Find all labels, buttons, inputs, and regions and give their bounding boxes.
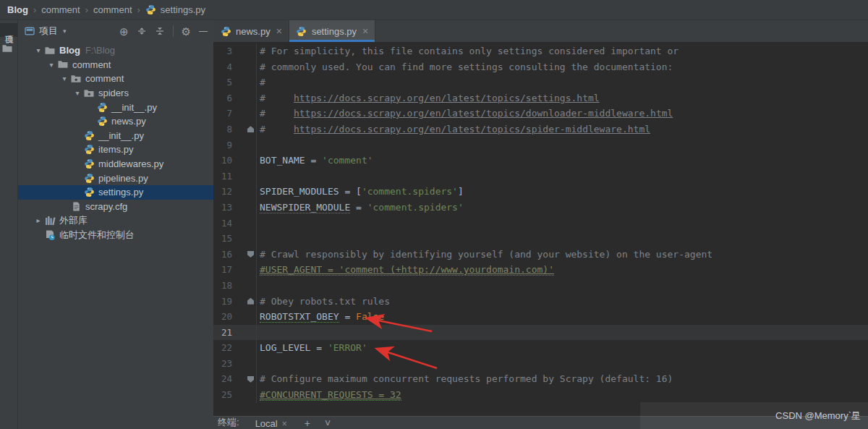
chevron-right-icon[interactable]: ▸ (33, 216, 44, 224)
code-line-21[interactable]: 21 (213, 325, 868, 341)
code-text (257, 137, 260, 153)
tree-item-pipelines.py[interactable]: pipelines.py (18, 171, 213, 185)
terminal-dropdown-icon[interactable]: ˅ (325, 417, 331, 429)
line-number: 18 (213, 278, 232, 294)
code-line-23[interactable]: 23 (213, 356, 868, 372)
code-line-24[interactable]: 24# Configure maximum concurrent request… (213, 371, 868, 387)
close-icon[interactable]: × (362, 25, 368, 37)
line-number: 14 (213, 216, 232, 232)
hide-panel-icon[interactable]: — (199, 27, 208, 35)
code-text: ROBOTSTXT_OBEY = False (257, 309, 384, 325)
tree-item-临时文件和控制台[interactable]: 临时文件和控制台 (18, 228, 213, 242)
tree-item-comment[interactable]: ▾comment (18, 58, 213, 72)
close-icon[interactable]: × (282, 419, 287, 429)
breadcrumb-item[interactable]: settings.py (145, 4, 205, 16)
code-line-16[interactable]: 16# Crawl responsibly by identifying you… (213, 247, 868, 263)
code-line-22[interactable]: 22LOG_LEVEL = 'ERROR' (213, 340, 868, 356)
code-line-10[interactable]: 10BOT_NAME = 'comment' (213, 153, 868, 169)
library-icon (44, 215, 56, 226)
pycharm-window: Blog›comment›comment›settings.py 项目 项目 ▾… (0, 0, 868, 429)
watermark-strip: CSDN @Memory`星 (640, 402, 868, 429)
code-text: # For simplicity, this file contains onl… (257, 43, 678, 59)
new-terminal-button[interactable]: + (305, 417, 310, 429)
tree-item-items.py[interactable]: items.py (18, 143, 213, 157)
file-icon (70, 200, 82, 212)
code-text (257, 356, 260, 372)
tree-item-label: 外部库 (59, 214, 88, 227)
tree-item-label: settings.py (98, 187, 143, 197)
code-line-17[interactable]: 17#USER_AGENT = 'comment (+http://www.yo… (213, 262, 868, 278)
code-line-11[interactable]: 11 (213, 169, 868, 184)
code-line-13[interactable]: 13NEWSPIDER_MODULE = 'comment.spiders' (213, 200, 868, 216)
tree-item-comment[interactable]: ▾comment (18, 72, 213, 86)
code-line-8[interactable]: 8# https://docs.scrapy.org/en/latest/top… (213, 122, 868, 137)
terminal-tab-local[interactable]: Local × (255, 418, 287, 429)
code-line-20[interactable]: 20ROBOTSTXT_OBEY = False (213, 309, 868, 325)
code-text: # https://docs.scrapy.org/en/latest/topi… (257, 90, 600, 106)
fold-marker-icon[interactable] (247, 126, 254, 132)
breadcrumb-separator: › (33, 4, 36, 15)
tree-item-__init__.py[interactable]: __init__.py (18, 129, 213, 143)
fold-marker-icon[interactable] (247, 251, 254, 258)
breadcrumb-item[interactable]: Blog (7, 4, 28, 15)
code-line-7[interactable]: 7# https://docs.scrapy.org/en/latest/top… (213, 106, 868, 122)
tree-item-__init__.py[interactable]: __init__.py (18, 100, 213, 114)
fold-marker-icon[interactable] (247, 376, 254, 383)
locate-file-icon[interactable]: ⊕ (119, 26, 129, 37)
chevron-down-icon[interactable]: ▾ (63, 27, 67, 35)
line-number: 10 (213, 153, 232, 169)
line-number: 17 (213, 262, 232, 278)
chevron-down-icon[interactable]: ▾ (72, 89, 83, 97)
folder-icon[interactable] (0, 43, 17, 54)
code-text: NEWSPIDER_MODULE = 'comment.spiders' (257, 200, 464, 216)
tree-item-外部库[interactable]: ▸外部库 (18, 213, 213, 228)
breadcrumb-item[interactable]: comment (41, 4, 80, 15)
line-number: 5 (213, 75, 232, 90)
breadcrumb-item[interactable]: comment (93, 4, 132, 15)
code-editor[interactable]: 3# For simplicity, this file contains on… (213, 42, 868, 416)
close-icon[interactable]: × (276, 25, 282, 37)
gutter: 5 (213, 75, 257, 90)
stripe-project-button[interactable]: 项目 (0, 23, 17, 37)
code-line-5[interactable]: 5# (213, 75, 868, 90)
fold-marker-icon[interactable] (247, 298, 254, 305)
code-line-9[interactable]: 9 (213, 137, 868, 153)
code-line-12[interactable]: 12SPIDER_MODULES = ['comment.spiders'] (213, 184, 868, 200)
collapse-all-icon[interactable] (155, 26, 165, 36)
code-line-15[interactable]: 15 (213, 231, 868, 247)
gutter: 9 (213, 137, 257, 153)
project-tree: ▾BlogF:\Blog▾comment▾comment▾spiders__in… (18, 42, 213, 429)
tool-window-stripe: 项目 (0, 20, 18, 429)
line-number: 19 (213, 294, 232, 310)
tree-item-middlewares.py[interactable]: middlewares.py (18, 157, 213, 171)
tab-settings.py[interactable]: settings.py× (289, 20, 375, 42)
watermark-text: CSDN @Memory`星 (775, 409, 861, 422)
gutter: 17 (213, 262, 257, 278)
tree-item-label: Blog (59, 45, 80, 56)
line-number: 15 (213, 231, 232, 247)
expand-all-icon[interactable] (137, 26, 147, 36)
python-icon (83, 187, 95, 198)
tree-item-news.py[interactable]: news.py (18, 114, 213, 129)
chevron-down-icon[interactable]: ▾ (59, 75, 70, 82)
settings-gear-icon[interactable]: ⚙ (182, 26, 191, 37)
project-panel-title[interactable]: 项目 (39, 25, 58, 38)
chevron-down-icon[interactable]: ▾ (33, 46, 44, 54)
tree-item-scrapy.cfg[interactable]: scrapy.cfg (18, 200, 213, 214)
code-line-25[interactable]: 25#CONCURRENT_REQUESTS = 32 (213, 387, 868, 403)
code-line-3[interactable]: 3# For simplicity, this file contains on… (213, 43, 868, 59)
stripe-project-label: 项目 (3, 28, 15, 31)
tab-news.py[interactable]: news.py× (213, 20, 289, 42)
tree-item-settings.py[interactable]: settings.py (18, 185, 213, 200)
gutter: 15 (213, 231, 257, 247)
chevron-down-icon[interactable]: ▾ (46, 61, 57, 69)
code-line-14[interactable]: 14 (213, 216, 868, 232)
code-line-4[interactable]: 4# commonly used. You can find more sett… (213, 59, 868, 75)
tree-item-spiders[interactable]: ▾spiders (18, 86, 213, 101)
code-line-6[interactable]: 6# https://docs.scrapy.org/en/latest/top… (213, 90, 868, 106)
tree-item-Blog[interactable]: ▾BlogF:\Blog (18, 43, 213, 58)
gutter: 18 (213, 278, 257, 294)
line-number: 23 (213, 356, 232, 372)
code-line-19[interactable]: 19# Obey robots.txt rules (213, 294, 868, 310)
code-line-18[interactable]: 18 (213, 278, 868, 294)
